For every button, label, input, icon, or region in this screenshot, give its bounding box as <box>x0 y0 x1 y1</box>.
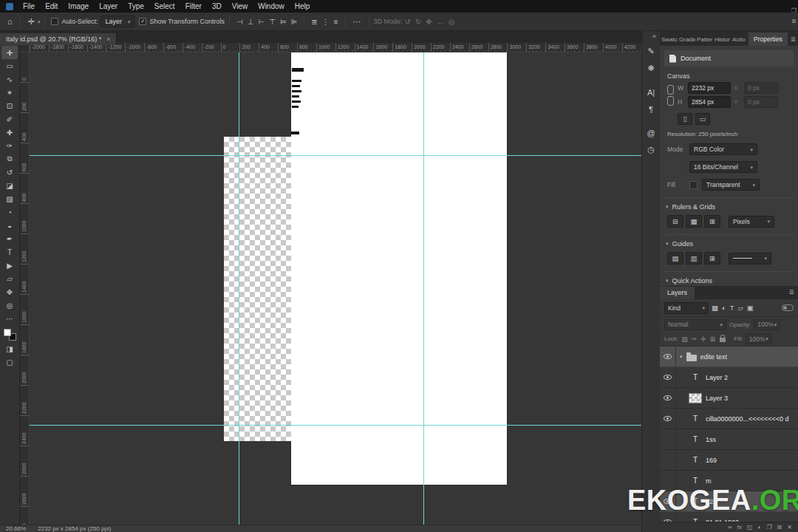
align-top-icon[interactable]: ⊤ <box>267 18 278 26</box>
layer-thumbnail[interactable] <box>689 414 702 424</box>
filter-pixel-icon[interactable]: ▦ <box>711 304 719 312</box>
menu-item[interactable]: Layer <box>94 0 123 13</box>
filter-shape-icon[interactable]: ▱ <box>737 304 744 312</box>
move-tool-preset-icon[interactable]: ✛ <box>25 17 38 27</box>
shape-tool[interactable]: ▱ <box>1 272 18 285</box>
menu-item[interactable]: Type <box>123 0 149 13</box>
guide-layout-rows-icon[interactable]: ▤ <box>667 252 683 265</box>
orientation-landscape-button[interactable]: ▭ <box>695 113 710 125</box>
foreground-color-swatch[interactable] <box>4 329 11 336</box>
layer-row[interactable]: ▾ 1ss <box>660 429 798 450</box>
blur-tool[interactable]: ◔ <box>1 205 18 219</box>
layer-thumbnail[interactable] <box>689 455 702 466</box>
glyphs-icon[interactable]: @ <box>642 124 661 141</box>
zoom-level-field[interactable]: 20.66% <box>6 525 26 532</box>
eyedropper-tool[interactable]: ✐ <box>1 112 18 126</box>
align-center-horizontal-icon[interactable]: ⊥ <box>245 18 256 26</box>
close-tab-icon[interactable]: × <box>106 35 110 43</box>
canvas-workspace[interactable]: -2000-1800-1600-1400-1200-1000-800-600-4… <box>20 43 641 525</box>
width-field[interactable]: 2232 px <box>688 82 731 94</box>
guide-horizontal[interactable] <box>30 155 641 156</box>
visibility-toggle[interactable] <box>660 367 676 387</box>
guide-vertical[interactable] <box>423 52 424 525</box>
auto-select-checkbox[interactable] <box>51 18 58 25</box>
visibility-toggle[interactable] <box>660 429 676 449</box>
workspace-switcher-icon[interactable]: ❐ <box>791 7 797 14</box>
color-mode-dropdown[interactable]: RGB Color ▾ <box>689 143 757 155</box>
expand-panels-icon[interactable]: « <box>652 33 656 40</box>
ruler-vertical[interactable]: 0200400600800100012001400160018002000220… <box>20 52 30 525</box>
link-dimensions-icon[interactable] <box>666 85 673 106</box>
menu-item[interactable]: Filter <box>180 0 207 13</box>
guide-style-dropdown[interactable]: ▾ <box>729 253 771 265</box>
guide-vertical[interactable] <box>239 52 239 525</box>
brush-settings-icon[interactable]: ✎ <box>642 43 661 60</box>
paragraph-icon[interactable]: ¶ <box>642 100 661 117</box>
height-field[interactable]: 2854 px <box>688 96 731 108</box>
panel-tab[interactable]: Patter <box>695 33 713 46</box>
lock-all-icon[interactable] <box>720 338 726 342</box>
guide-horizontal[interactable] <box>30 425 641 426</box>
tab-layers[interactable]: Layers <box>660 287 695 299</box>
grid-toggle-icon[interactable]: ▦ <box>686 215 702 228</box>
guides-section[interactable]: ▾ Guides <box>666 240 798 248</box>
brush-tool[interactable]: ✑ <box>1 139 18 152</box>
guide-layout-columns-icon[interactable]: ▥ <box>686 252 702 265</box>
ruler-horizontal[interactable]: -2000-1800-1600-1400-1200-1000-800-600-4… <box>30 43 641 52</box>
character-icon[interactable]: A| <box>642 83 661 100</box>
document-tab[interactable]: Italy id.psd @ 20.7% (RGB/16) * × <box>0 33 117 45</box>
fill-field[interactable]: 100% ▾ <box>746 333 772 344</box>
distribute-horizontal-icon[interactable]: ⋮ <box>320 18 332 26</box>
lock-move-icon[interactable]: ✛ <box>700 335 707 343</box>
visibility-toggle[interactable] <box>660 347 676 366</box>
lock-artboard-icon[interactable]: ⊞ <box>709 335 717 343</box>
layer-thumbnail[interactable] <box>686 355 697 361</box>
visibility-toggle[interactable] <box>660 388 676 408</box>
filter-smart-object-icon[interactable]: ▣ <box>746 304 754 312</box>
new-group-icon[interactable]: ❐ <box>766 522 771 532</box>
layer-row[interactable]: ▾ cilla0000000...<<<<<<<<0 d <box>660 409 798 429</box>
menu-item[interactable]: View <box>227 0 253 13</box>
align-bottom-icon[interactable]: ⊫ <box>289 18 300 26</box>
orientation-portrait-button[interactable]: ▯ <box>678 113 692 125</box>
distribute-vertical-icon[interactable]: ≣ <box>309 18 319 26</box>
panel-tab[interactable]: Gradie <box>678 33 695 46</box>
layer-row[interactable]: ▾ edite text <box>660 347 798 367</box>
layer-row[interactable]: ▾ 169 <box>660 450 798 471</box>
visibility-toggle[interactable] <box>660 450 676 470</box>
path-selection-tool[interactable]: ▶ <box>1 259 18 272</box>
fill-dropdown[interactable]: Transparent ▾ <box>702 179 760 191</box>
menu-item[interactable]: Image <box>63 0 94 13</box>
clone-stamp-tool[interactable]: ⧉ <box>1 152 18 166</box>
more-options-icon[interactable]: ⋯ <box>350 17 364 27</box>
quick-selection-tool[interactable]: ✶ <box>1 86 18 99</box>
filter-kind-dropdown[interactable]: Kind ▾ <box>664 302 709 314</box>
screen-mode-button[interactable]: ▢ <box>1 355 18 369</box>
layer-style-icon[interactable]: fx <box>737 522 742 532</box>
panel-tab[interactable]: Swatc <box>660 33 678 46</box>
dock-collapse-icon[interactable]: ≣ <box>791 18 797 24</box>
bit-depth-dropdown[interactable]: 16 Bits/Channel ▾ <box>689 161 757 173</box>
fill-checkbox[interactable] <box>689 181 698 189</box>
ruler-toggle-icon[interactable]: ⊟ <box>667 215 683 228</box>
marquee-tool[interactable]: ▭ <box>1 59 18 72</box>
filter-toggle[interactable] <box>782 304 794 311</box>
layer-thumbnail[interactable] <box>689 517 702 522</box>
dodge-tool[interactable]: ◒ <box>1 219 18 232</box>
edit-toolbar-button[interactable]: ⋯ <box>1 312 18 325</box>
panel-tab[interactable]: Histor <box>713 33 731 46</box>
menu-item[interactable]: Select <box>149 0 180 13</box>
units-dropdown[interactable]: Pixels ▾ <box>729 216 774 228</box>
layer-name[interactable]: Layer 2 <box>706 374 728 381</box>
align-right-icon[interactable]: ⊢ <box>256 18 267 26</box>
layer-name[interactable]: Layer 3 <box>706 395 728 402</box>
menu-item[interactable]: Edit <box>40 0 63 13</box>
layer-name[interactable]: edite text <box>700 353 728 361</box>
visibility-toggle[interactable] <box>660 409 676 429</box>
lock-paint-icon[interactable]: ✑ <box>691 335 698 343</box>
healing-brush-tool[interactable]: ✚ <box>1 126 18 139</box>
quick-mask-button[interactable]: ◨ <box>1 342 18 355</box>
document-transparent-area[interactable] <box>224 137 291 441</box>
menu-item[interactable]: 3D <box>207 0 227 13</box>
filter-type-icon[interactable]: T <box>729 304 735 312</box>
